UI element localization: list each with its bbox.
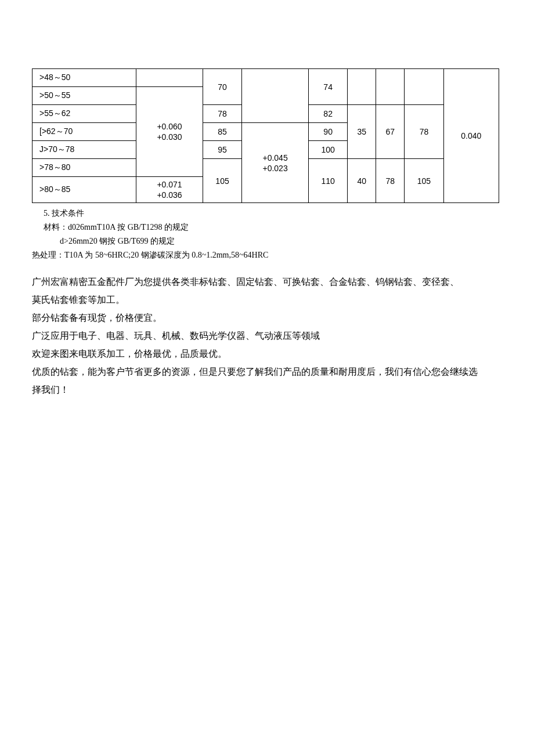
tol-text: +0.060 +0.030: [157, 122, 182, 142]
note-line: 5. 技术条件: [44, 207, 499, 220]
cell-tol: +0.071 +0.036: [136, 177, 203, 203]
cell-val: [376, 69, 405, 105]
cell-val: 70: [203, 69, 241, 105]
note-line: 材料：d026mmT10A 按 GB/T1298 的规定: [44, 220, 499, 234]
cell-val: [348, 69, 376, 105]
cell-val: 40: [348, 159, 376, 203]
cell-range: >55～62: [33, 105, 136, 123]
document-page: >48～50 70 74 0.040 >50～55 +0.060 +0.030 …: [0, 68, 534, 399]
paragraph-line: 欢迎来图来电联系加工，价格最优，品质最优。: [32, 345, 499, 363]
cell-val: 90: [308, 123, 347, 141]
cell-val: 78: [203, 105, 241, 123]
cell-val: 67: [376, 105, 405, 159]
cell-range: >48～50: [33, 69, 136, 87]
cell-val: 35: [348, 105, 376, 159]
note-line: d>26mm20 钢按 GB/T699 的规定: [44, 234, 499, 248]
tol-text: +0.045 +0.023: [262, 153, 287, 173]
cell-tol: [136, 69, 203, 87]
spec-table: >48～50 70 74 0.040 >50～55 +0.060 +0.030 …: [32, 68, 499, 203]
tol-text: +0.071 +0.036: [157, 180, 182, 200]
cell-tol: [242, 69, 309, 123]
body-paragraphs: 广州宏富精密五金配件厂为您提供各类非标钻套、固定钻套、可换钻套、合金钻套、钨钢钻…: [32, 273, 499, 399]
paragraph-line: 择我们！: [32, 381, 499, 399]
tech-notes: 5. 技术条件 材料：d026mmT10A 按 GB/T1298 的规定 d>2…: [32, 207, 499, 262]
cell-val: 82: [308, 105, 347, 123]
paragraph-line: 广泛应用于电子、电器、玩具、机械、数码光学仪器、气动液压等领域: [32, 327, 499, 345]
note-line: 热处理：T10A 为 58~6HRC;20 钢渗碳深度为 0.8~1.2mm,5…: [32, 248, 499, 262]
cell-val: 0.040: [443, 69, 499, 203]
cell-val: 74: [308, 69, 347, 105]
cell-range: >78～80: [33, 159, 136, 177]
paragraph-line: 部分钻套备有现货，价格便宜。: [32, 309, 499, 327]
paragraph-line: 优质的钻套，能为客户节省更多的资源，但是只要您了解我们产品的质量和耐用度后，我们…: [32, 363, 499, 381]
cell-val: 78: [405, 105, 443, 159]
cell-tol: +0.045 +0.023: [242, 123, 309, 203]
cell-range: >50～55: [33, 87, 136, 105]
paragraph-line: 广州宏富精密五金配件厂为您提供各类非标钻套、固定钻套、可换钻套、合金钻套、钨钢钻…: [32, 273, 499, 291]
cell-range: J>70～78: [33, 141, 136, 159]
cell-val: 105: [203, 159, 241, 203]
table-row: >48～50 70 74 0.040: [33, 69, 499, 87]
cell-val: 100: [308, 141, 347, 159]
cell-val: 95: [203, 141, 241, 159]
cell-range: [>62～70: [33, 123, 136, 141]
cell-range: >80～85: [33, 177, 136, 203]
cell-val: 105: [405, 159, 443, 203]
cell-tol: +0.060 +0.030: [136, 87, 203, 177]
cell-val: 78: [376, 159, 405, 203]
cell-val: 85: [203, 123, 241, 141]
paragraph-line: 莫氏钻套锥套等加工。: [32, 291, 499, 309]
cell-val: 110: [308, 159, 347, 203]
cell-val: [405, 69, 443, 105]
